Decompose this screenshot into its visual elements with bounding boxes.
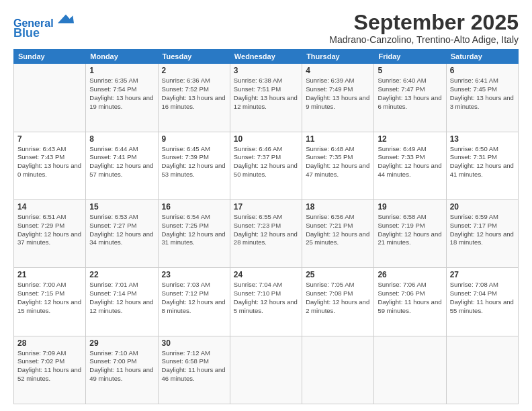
- calendar-cell: 28 Sunrise: 7:09 AM Sunset: 7:02 PM Dayl…: [14, 336, 86, 404]
- day-info: Sunrise: 6:54 AM Sunset: 7:25 PM Dayligh…: [162, 213, 226, 247]
- day-info: Sunrise: 6:45 AM Sunset: 7:39 PM Dayligh…: [162, 145, 226, 179]
- sunset-text: Sunset: 7:27 PM: [89, 222, 136, 229]
- calendar-cell: 26 Sunrise: 7:06 AM Sunset: 7:06 PM Dayl…: [374, 268, 446, 336]
- sunrise-text: Sunrise: 7:01 AM: [89, 281, 138, 288]
- sunset-text: Sunset: 7:06 PM: [378, 289, 425, 297]
- sunrise-text: Sunrise: 7:08 AM: [450, 281, 498, 288]
- daylight-text: Daylight: 13 hours and 0 minutes.: [17, 162, 81, 178]
- day-number: 8: [89, 134, 154, 144]
- sunrise-text: Sunrise: 6:45 AM: [162, 145, 210, 152]
- day-info: Sunrise: 6:48 AM Sunset: 7:35 PM Dayligh…: [306, 145, 370, 179]
- header-row: Sunday Monday Tuesday Wednesday Thursday…: [14, 50, 519, 64]
- daylight-text: Daylight: 11 hours and 46 minutes.: [162, 366, 226, 382]
- day-number: 26: [378, 270, 442, 279]
- sunrise-text: Sunrise: 6:36 AM: [162, 77, 210, 84]
- day-info: Sunrise: 6:56 AM Sunset: 7:21 PM Dayligh…: [306, 213, 370, 247]
- calendar-cell: 13 Sunrise: 6:50 AM Sunset: 7:31 PM Dayl…: [446, 132, 518, 199]
- daylight-text: Daylight: 11 hours and 49 minutes.: [89, 366, 153, 382]
- day-number: 5: [378, 66, 442, 75]
- sunset-text: Sunset: 6:58 PM: [162, 357, 209, 365]
- day-info: Sunrise: 7:10 AM Sunset: 7:00 PM Dayligh…: [89, 349, 154, 383]
- daylight-text: Daylight: 12 hours and 25 minutes.: [306, 230, 369, 246]
- logo-icon: [58, 11, 74, 27]
- calendar-week-2: 7 Sunrise: 6:43 AM Sunset: 7:43 PM Dayli…: [14, 132, 519, 199]
- page: General Blue September 2025 Madrano-Canz…: [0, 0, 532, 411]
- day-info: Sunrise: 7:01 AM Sunset: 7:14 PM Dayligh…: [89, 281, 154, 315]
- day-number: 3: [234, 66, 298, 75]
- sunrise-text: Sunrise: 6:50 AM: [450, 145, 498, 152]
- daylight-text: Daylight: 12 hours and 34 minutes.: [89, 230, 153, 246]
- sunrise-text: Sunrise: 7:10 AM: [89, 349, 138, 357]
- day-number: 20: [450, 202, 515, 212]
- calendar-cell: 6 Sunrise: 6:41 AM Sunset: 7:45 PM Dayli…: [446, 64, 518, 132]
- day-number: 7: [17, 134, 82, 144]
- day-number: 1: [89, 66, 154, 75]
- col-tuesday: Tuesday: [158, 50, 230, 64]
- day-info: Sunrise: 7:04 AM Sunset: 7:10 PM Dayligh…: [234, 281, 298, 315]
- calendar-cell: [446, 336, 518, 404]
- sunset-text: Sunset: 7:45 PM: [450, 85, 497, 93]
- day-info: Sunrise: 7:03 AM Sunset: 7:12 PM Dayligh…: [162, 281, 226, 315]
- col-wednesday: Wednesday: [230, 50, 302, 64]
- col-monday: Monday: [86, 50, 158, 64]
- day-info: Sunrise: 6:49 AM Sunset: 7:33 PM Dayligh…: [378, 145, 442, 179]
- sunset-text: Sunset: 7:15 PM: [17, 289, 64, 297]
- day-info: Sunrise: 6:39 AM Sunset: 7:49 PM Dayligh…: [306, 77, 370, 111]
- sunset-text: Sunset: 7:08 PM: [306, 289, 353, 297]
- day-info: Sunrise: 7:08 AM Sunset: 7:04 PM Dayligh…: [450, 281, 515, 315]
- sunrise-text: Sunrise: 6:43 AM: [17, 145, 66, 152]
- day-info: Sunrise: 6:44 AM Sunset: 7:41 PM Dayligh…: [89, 145, 154, 179]
- calendar-cell: 23 Sunrise: 7:03 AM Sunset: 7:12 PM Dayl…: [158, 268, 230, 336]
- sunrise-text: Sunrise: 6:40 AM: [378, 77, 426, 84]
- sunset-text: Sunset: 7:25 PM: [162, 222, 209, 229]
- daylight-text: Daylight: 13 hours and 6 minutes.: [378, 94, 441, 110]
- sunset-text: Sunset: 7:49 PM: [306, 85, 353, 93]
- calendar-cell: 1 Sunrise: 6:35 AM Sunset: 7:54 PM Dayli…: [86, 64, 158, 132]
- calendar-cell: 5 Sunrise: 6:40 AM Sunset: 7:47 PM Dayli…: [374, 64, 446, 132]
- header: General Blue September 2025 Madrano-Canz…: [13, 11, 519, 45]
- day-number: 17: [234, 202, 298, 212]
- calendar-cell: 20 Sunrise: 6:59 AM Sunset: 7:17 PM Dayl…: [446, 199, 518, 267]
- calendar-cell: [302, 336, 374, 404]
- daylight-text: Daylight: 12 hours and 44 minutes.: [378, 162, 441, 178]
- daylight-text: Daylight: 11 hours and 52 minutes.: [17, 366, 81, 382]
- calendar-cell: 18 Sunrise: 6:56 AM Sunset: 7:21 PM Dayl…: [302, 199, 374, 267]
- calendar-cell: 21 Sunrise: 7:00 AM Sunset: 7:15 PM Dayl…: [14, 268, 86, 336]
- calendar-table: Sunday Monday Tuesday Wednesday Thursday…: [13, 49, 519, 404]
- calendar-week-3: 14 Sunrise: 6:51 AM Sunset: 7:29 PM Dayl…: [14, 199, 519, 267]
- daylight-text: Daylight: 13 hours and 12 minutes.: [234, 94, 298, 110]
- day-info: Sunrise: 7:09 AM Sunset: 7:02 PM Dayligh…: [17, 349, 82, 383]
- day-number: 22: [89, 270, 154, 279]
- day-info: Sunrise: 6:55 AM Sunset: 7:23 PM Dayligh…: [234, 213, 298, 247]
- calendar-cell: 3 Sunrise: 6:38 AM Sunset: 7:51 PM Dayli…: [230, 64, 302, 132]
- calendar-week-5: 28 Sunrise: 7:09 AM Sunset: 7:02 PM Dayl…: [14, 336, 519, 404]
- day-number: 16: [162, 202, 226, 212]
- day-number: 14: [17, 202, 82, 212]
- daylight-text: Daylight: 12 hours and 37 minutes.: [17, 230, 81, 246]
- sunset-text: Sunset: 7:19 PM: [378, 222, 425, 229]
- day-info: Sunrise: 6:36 AM Sunset: 7:52 PM Dayligh…: [162, 77, 226, 111]
- day-number: 24: [234, 270, 298, 279]
- sunset-text: Sunset: 7:37 PM: [234, 153, 281, 161]
- calendar-cell: 10 Sunrise: 6:46 AM Sunset: 7:37 PM Dayl…: [230, 132, 302, 199]
- daylight-text: Daylight: 12 hours and 21 minutes.: [378, 230, 441, 246]
- day-number: 30: [162, 338, 226, 348]
- daylight-text: Daylight: 12 hours and 2 minutes.: [306, 298, 369, 314]
- sunrise-text: Sunrise: 6:58 AM: [378, 213, 426, 220]
- daylight-text: Daylight: 12 hours and 47 minutes.: [306, 162, 369, 178]
- location-title: Madrano-Canzolino, Trentino-Alto Adige, …: [329, 34, 519, 45]
- sunrise-text: Sunrise: 7:00 AM: [17, 281, 66, 288]
- sunset-text: Sunset: 7:10 PM: [234, 289, 281, 297]
- calendar-cell: 27 Sunrise: 7:08 AM Sunset: 7:04 PM Dayl…: [446, 268, 518, 336]
- sunrise-text: Sunrise: 6:56 AM: [306, 213, 354, 220]
- day-info: Sunrise: 6:35 AM Sunset: 7:54 PM Dayligh…: [89, 77, 154, 111]
- title-area: September 2025 Madrano-Canzolino, Trenti…: [329, 11, 519, 45]
- daylight-text: Daylight: 13 hours and 16 minutes.: [162, 94, 226, 110]
- sunrise-text: Sunrise: 6:49 AM: [378, 145, 426, 152]
- sunset-text: Sunset: 7:29 PM: [17, 222, 64, 229]
- sunrise-text: Sunrise: 6:44 AM: [89, 145, 138, 152]
- calendar-cell: 29 Sunrise: 7:10 AM Sunset: 7:00 PM Dayl…: [86, 336, 158, 404]
- day-number: 15: [89, 202, 154, 212]
- sunrise-text: Sunrise: 7:03 AM: [162, 281, 210, 288]
- sunrise-text: Sunrise: 7:04 AM: [234, 281, 282, 288]
